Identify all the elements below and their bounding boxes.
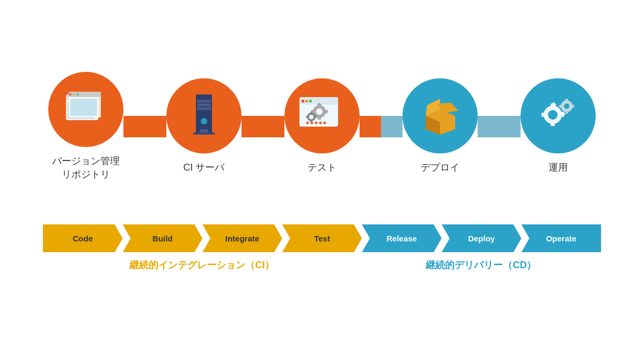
svg-rect-37 <box>310 120 312 122</box>
arrow-integrate: Integrate <box>202 224 282 252</box>
svg-rect-57 <box>559 105 563 108</box>
svg-point-8 <box>77 93 79 95</box>
svg-point-25 <box>323 122 326 124</box>
svg-rect-5 <box>70 99 97 116</box>
svg-rect-20 <box>309 100 312 102</box>
step-deploy: デプロイ <box>402 78 478 174</box>
label-operate: 運用 <box>548 161 568 174</box>
svg-rect-19 <box>305 100 308 102</box>
svg-rect-48 <box>551 121 555 126</box>
svg-point-24 <box>319 122 321 124</box>
step-operate: 運用 <box>521 78 596 174</box>
svg-point-6 <box>69 93 71 95</box>
arrow-test: Test <box>282 224 362 252</box>
label-deploy: デプロイ <box>421 161 459 174</box>
connector-1 <box>123 116 166 137</box>
svg-point-23 <box>314 122 317 124</box>
main-container: バージョン管理 リポジトリ CI サーバ <box>27 67 617 271</box>
svg-rect-12 <box>197 107 211 110</box>
connector-2 <box>241 116 284 137</box>
circle-version <box>48 72 123 147</box>
svg-rect-10 <box>197 100 211 102</box>
arrow-operate: Operate <box>521 224 601 252</box>
svg-rect-38 <box>306 116 309 118</box>
svg-rect-36 <box>310 112 312 114</box>
circle-ci-server <box>166 78 241 153</box>
icon-box <box>418 94 463 137</box>
label-version: バージョン管理 リポジトリ <box>52 155 120 181</box>
svg-rect-39 <box>314 116 317 118</box>
svg-rect-14 <box>200 129 208 133</box>
svg-rect-11 <box>197 104 211 106</box>
bottom-pipeline: Code Build Integrate Test Release Deploy… <box>27 224 617 271</box>
svg-rect-29 <box>318 115 321 120</box>
connector-4 <box>478 116 521 137</box>
svg-rect-18 <box>302 100 304 102</box>
arrow-code: Code <box>43 224 123 252</box>
svg-point-27 <box>316 108 323 115</box>
svg-rect-49 <box>541 113 547 117</box>
icon-server <box>188 92 220 140</box>
svg-rect-56 <box>565 110 568 114</box>
svg-point-54 <box>564 104 569 109</box>
svg-rect-15 <box>193 133 215 135</box>
step-test: テスト <box>284 78 360 174</box>
step-version: バージョン管理 リポジトリ <box>48 72 123 181</box>
circle-test <box>284 78 360 153</box>
icon-test <box>297 94 348 137</box>
step-ci-server: CI サーバ <box>166 78 241 174</box>
arrow-build: Build <box>123 224 203 252</box>
arrow-release: Release <box>362 224 442 252</box>
circle-operate <box>521 78 596 153</box>
svg-rect-55 <box>565 99 568 102</box>
svg-point-35 <box>309 115 313 119</box>
circle-deploy <box>402 78 478 153</box>
svg-point-46 <box>548 110 558 120</box>
arrows-row: Code Build Integrate Test Release Deploy… <box>43 224 601 252</box>
top-pipeline: バージョン管理 リポジトリ CI サーバ <box>27 67 617 208</box>
connector-3 <box>360 116 402 137</box>
label-ci-server: CI サーバ <box>183 161 224 174</box>
cd-label: 継続的デリバリー（CD） <box>361 259 601 271</box>
svg-point-7 <box>73 93 75 95</box>
arrow-deploy: Deploy <box>442 224 522 252</box>
svg-rect-58 <box>570 105 574 108</box>
svg-point-13 <box>201 118 207 124</box>
labels-row: 継続的インテグレーション（CI） 継続的デリバリー（CD） <box>43 259 601 271</box>
icon-browser <box>63 89 109 129</box>
label-test: テスト <box>308 161 336 174</box>
ci-label: 継続的インテグレーション（CI） <box>43 259 361 271</box>
svg-point-21 <box>306 122 309 124</box>
icon-gear <box>536 94 581 137</box>
